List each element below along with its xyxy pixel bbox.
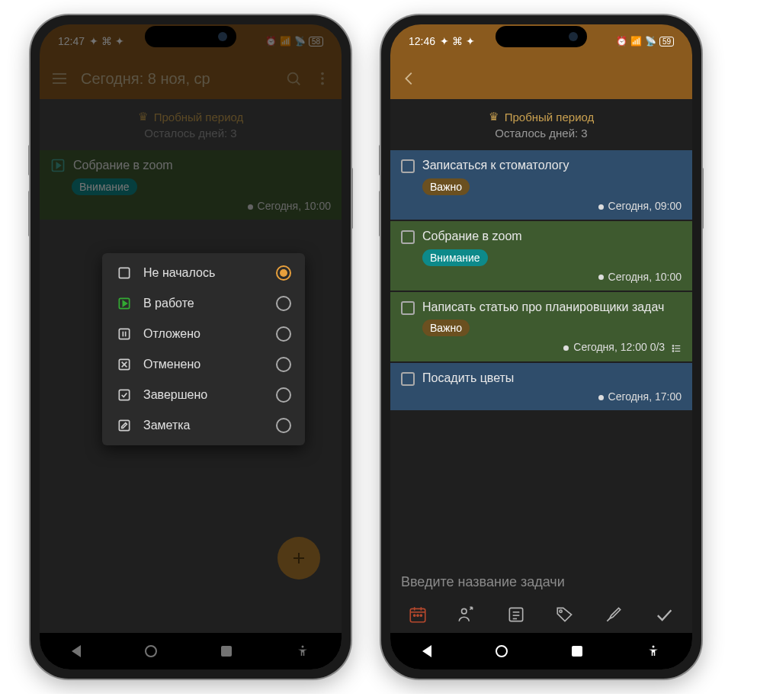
new-task-input[interactable]: Введите название задачи	[390, 567, 692, 598]
status-icons-left: ✦ ⌘ ✦	[89, 35, 124, 47]
checklist-icon	[671, 343, 682, 354]
crown-icon: ♛	[489, 110, 499, 124]
trial-banner: ♛Пробный период Осталось дней: 3	[40, 99, 342, 150]
status-option-completed[interactable]: Завершено	[102, 380, 305, 410]
status-selector-popup: Не началось В работе Отложено Отменено З	[102, 253, 305, 445]
trial-days: Осталось дней: 3	[40, 127, 342, 140]
task-item[interactable]: Собрание в zoom Внимание Сегодня, 10:00	[390, 221, 692, 291]
svg-point-6	[321, 77, 324, 80]
trial-days: Осталось дней: 3	[390, 127, 692, 140]
task-meta: Сегодня, 10:00	[401, 271, 682, 283]
svg-rect-23	[119, 420, 129, 430]
task-meta: Сегодня, 09:00	[401, 200, 682, 212]
svg-marker-9	[56, 163, 60, 169]
accessibility-icon[interactable]	[646, 644, 660, 658]
status-icons-left: ✦ ⌘ ✦	[440, 35, 475, 47]
alarm-icon: ⏰	[616, 36, 627, 47]
phone-left: 12:47 ✦ ⌘ ✦ ⏰ 📶 📡 58 Сегодня: 8 ноя, ср …	[30, 15, 351, 679]
radio-unselected	[276, 387, 291, 403]
nav-bar	[390, 633, 692, 669]
wifi-icon: 📡	[294, 36, 306, 47]
svg-rect-16	[119, 329, 129, 339]
task-meta: Сегодня, 17:00	[401, 390, 682, 403]
status-option-postponed[interactable]: Отложено	[102, 319, 305, 349]
brush-icon[interactable]	[604, 605, 624, 625]
back-icon[interactable]	[401, 70, 418, 87]
play-square-icon	[117, 296, 132, 311]
pause-square-icon	[117, 326, 132, 342]
task-tag: Внимание	[422, 249, 488, 266]
nav-recent-icon[interactable]	[221, 646, 232, 657]
fab-add-button[interactable]	[277, 537, 320, 580]
svg-rect-28	[675, 348, 680, 348]
tag-icon[interactable]	[555, 605, 575, 625]
phone-right: 12:46 ✦ ⌘ ✦ ⏰ 📶 📡 59 ♛Пробный период Ост…	[381, 15, 701, 679]
task-meta: Сегодня, 12:00 0/3	[401, 341, 682, 353]
svg-point-43	[653, 646, 655, 648]
svg-point-7	[321, 82, 324, 85]
status-time: 12:46	[409, 35, 435, 47]
nav-recent-icon[interactable]	[572, 646, 582, 657]
notch	[496, 26, 587, 47]
calendar-icon[interactable]	[408, 605, 428, 625]
assign-icon[interactable]	[457, 605, 476, 625]
edit-square-icon	[117, 418, 132, 433]
task-checkbox[interactable]	[401, 372, 415, 386]
status-option-note[interactable]: Заметка	[102, 410, 305, 441]
square-icon	[117, 265, 132, 281]
x-square-icon	[117, 357, 132, 372]
status-time: 12:47	[58, 35, 85, 47]
nav-back-icon[interactable]	[422, 645, 431, 657]
svg-rect-13	[119, 268, 129, 278]
task-tag: Внимание	[72, 178, 137, 195]
svg-point-37	[462, 608, 467, 614]
accessibility-icon[interactable]	[296, 644, 310, 658]
task-meta: Сегодня, 10:00	[50, 200, 331, 212]
task-item[interactable]: Записаться к стоматологу Важно Сегодня, …	[390, 150, 692, 220]
task-item[interactable]: Посадить цветы Сегодня, 17:00	[390, 363, 692, 411]
task-checkbox[interactable]	[401, 301, 415, 315]
svg-rect-26	[672, 350, 674, 352]
app-bar	[390, 58, 692, 99]
nav-home-icon[interactable]	[145, 645, 157, 657]
status-option-cancelled[interactable]: Отменено	[102, 349, 305, 380]
task-item[interactable]: Написать статью про планировщики задач В…	[390, 292, 692, 361]
task-title: Посадить цветы	[422, 371, 514, 387]
radio-unselected	[276, 418, 291, 433]
status-option-not-started[interactable]: Не началось	[102, 258, 305, 288]
task-checkbox[interactable]	[401, 159, 415, 173]
trial-banner: ♛Пробный период Осталось дней: 3	[390, 99, 692, 150]
note-icon[interactable]	[506, 605, 526, 625]
nav-bar	[40, 633, 342, 669]
notch	[145, 26, 236, 47]
task-toolbar	[390, 598, 692, 633]
alarm-icon: ⏰	[265, 36, 277, 47]
svg-point-42	[560, 610, 562, 612]
signal-icon: 📶	[630, 36, 642, 47]
plus-icon	[290, 549, 308, 567]
svg-rect-29	[675, 351, 680, 352]
svg-point-35	[417, 615, 419, 616]
nav-back-icon[interactable]	[72, 645, 81, 657]
svg-rect-24	[672, 345, 674, 346]
search-icon[interactable]	[285, 70, 302, 87]
overflow-icon[interactable]	[314, 70, 331, 87]
svg-rect-25	[672, 348, 674, 349]
task-checkbox[interactable]	[401, 230, 415, 244]
task-title: Собрание в zoom	[422, 229, 522, 245]
task-item[interactable]: Собрание в zoom Внимание Сегодня, 10:00	[40, 150, 342, 220]
battery-icon: 59	[659, 37, 674, 47]
confirm-icon[interactable]	[653, 604, 675, 625]
signal-icon: 📶	[280, 36, 291, 47]
menu-icon[interactable]	[50, 69, 69, 88]
crown-icon: ♛	[138, 110, 148, 124]
task-tag: Важно	[422, 319, 470, 336]
radio-unselected	[276, 326, 291, 342]
play-square-icon	[50, 158, 66, 173]
nav-home-icon[interactable]	[496, 645, 508, 657]
status-option-in-progress[interactable]: В работе	[102, 288, 305, 319]
radio-unselected	[276, 296, 291, 311]
check-square-icon	[117, 387, 132, 403]
svg-rect-22	[119, 390, 129, 400]
svg-point-12	[302, 646, 304, 648]
